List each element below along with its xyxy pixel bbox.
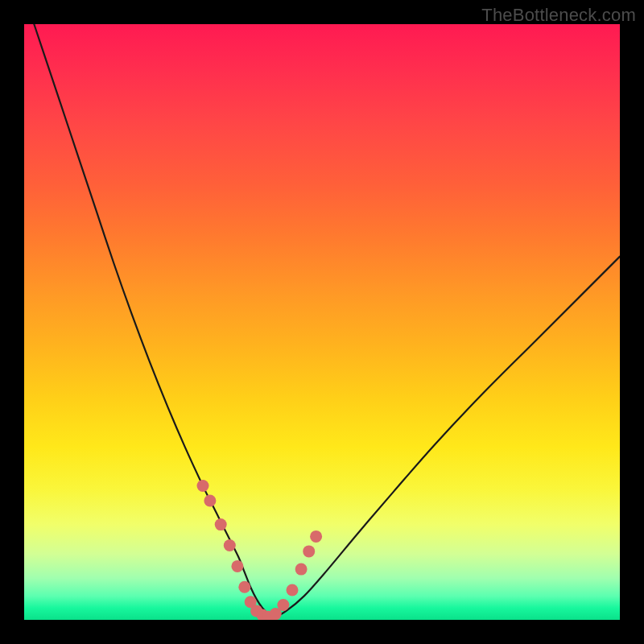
trough-marker [277,599,289,611]
watermark-text: TheBottleneck.com [481,5,636,26]
trough-markers [197,480,323,620]
trough-marker [238,581,250,593]
trough-marker [224,539,236,551]
trough-marker [310,530,322,543]
trough-marker [231,560,243,572]
trough-marker [287,584,299,597]
chart-svg [24,24,620,620]
bottleneck-curve [24,24,620,617]
trough-marker [295,564,308,576]
trough-marker [303,545,315,557]
chart-frame: TheBottleneck.com [0,0,644,644]
plot-area [24,24,620,620]
trough-marker [204,495,216,507]
trough-marker [197,480,209,492]
trough-marker [215,518,227,530]
